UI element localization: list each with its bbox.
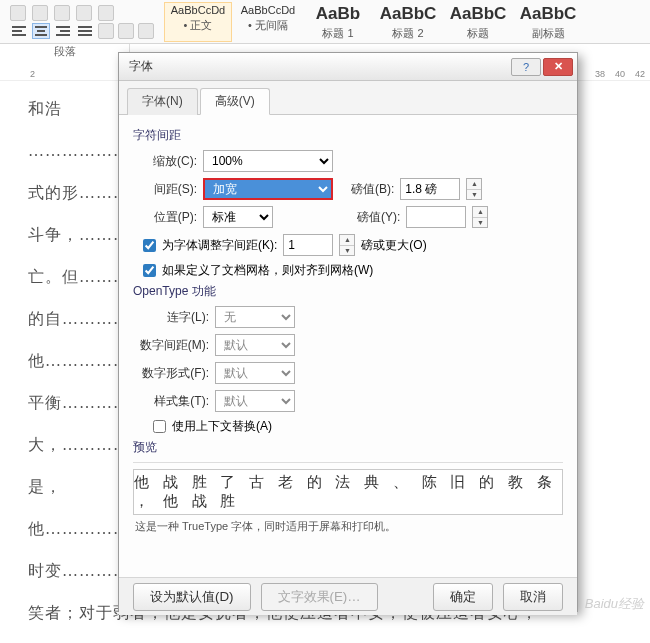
point2-input[interactable] xyxy=(406,206,466,228)
kerning-unit: 磅或更大(O) xyxy=(361,237,426,254)
kerning-checkbox[interactable] xyxy=(143,239,156,252)
dialog-footer: 设为默认值(D) 文字效果(E)… 确定 取消 xyxy=(119,577,577,615)
dialog-title: 字体 xyxy=(129,58,509,75)
style-label: 标题 2 xyxy=(376,26,440,41)
styleset-select[interactable]: 默认 xyxy=(215,390,295,412)
point-spinner[interactable]: ▲▼ xyxy=(466,178,482,200)
preview-box: 他 战 胜 了 古 老 的 法 典 、 陈 旧 的 教 条 ， 他 战 胜 xyxy=(133,469,563,515)
cancel-button[interactable]: 取消 xyxy=(503,583,563,611)
style-label: • 正文 xyxy=(166,18,230,33)
style-tile[interactable]: AaBbC 标题 xyxy=(444,2,512,42)
borders-icon[interactable] xyxy=(138,23,154,39)
text-effects-button[interactable]: 文字效果(E)… xyxy=(261,583,378,611)
help-button[interactable]: ? xyxy=(511,58,541,76)
grid-checkbox[interactable] xyxy=(143,264,156,277)
style-tile[interactable]: AaBb 标题 1 xyxy=(304,2,372,42)
context-label: 使用上下文替换(A) xyxy=(172,418,272,435)
ribbon-paragraph-controls xyxy=(4,0,160,43)
ribbon: AaBbCcDd • 正文AaBbCcDd • 无间隔AaBb 标题 1AaBb… xyxy=(0,0,650,44)
style-preview: AaBbC xyxy=(516,4,580,24)
font-dialog: 字体 ? ✕ 字体(N)高级(V) 字符间距 缩放(C): 100% 间距(S)… xyxy=(118,52,578,612)
point-label: 磅值(B): xyxy=(351,181,394,198)
sort-icon[interactable] xyxy=(76,5,92,21)
ligatures-select[interactable]: 无 xyxy=(215,306,295,328)
align-left-icon[interactable] xyxy=(10,23,28,39)
set-default-button[interactable]: 设为默认值(D) xyxy=(133,583,251,611)
ribbon-group-paragraph-label: 段落 xyxy=(0,44,130,61)
preview-note: 这是一种 TrueType 字体，同时适用于屏幕和打印机。 xyxy=(135,519,561,534)
line-spacing-icon[interactable] xyxy=(98,23,114,39)
style-tile[interactable]: AaBbCcDd • 无间隔 xyxy=(234,2,302,42)
spacing-select[interactable]: 加宽 xyxy=(203,178,333,200)
style-label: 标题 xyxy=(446,26,510,41)
ok-button[interactable]: 确定 xyxy=(433,583,493,611)
styles-gallery: AaBbCcDd • 正文AaBbCcDd • 无间隔AaBb 标题 1AaBb… xyxy=(160,0,586,43)
align-justify-icon[interactable] xyxy=(76,23,94,39)
spacing-label: 间距(S): xyxy=(133,181,197,198)
style-label: • 无间隔 xyxy=(236,18,300,33)
align-center-icon[interactable] xyxy=(32,23,50,39)
scale-label: 缩放(C): xyxy=(133,153,197,170)
style-label: 副标题 xyxy=(516,26,580,41)
ligatures-label: 连字(L): xyxy=(133,309,209,326)
point2-label: 磅值(Y): xyxy=(357,209,400,226)
align-right-icon[interactable] xyxy=(54,23,72,39)
style-preview: AaBbC xyxy=(446,4,510,24)
showmarks-icon[interactable] xyxy=(98,5,114,21)
grid-label: 如果定义了文档网格，则对齐到网格(W) xyxy=(162,262,373,279)
separator xyxy=(133,462,563,463)
styleset-label: 样式集(T): xyxy=(133,393,209,410)
kerning-spinner[interactable]: ▲▼ xyxy=(339,234,355,256)
dialog-tabs: 字体(N)高级(V) xyxy=(119,81,577,115)
dialog-body: 字符间距 缩放(C): 100% 间距(S): 加宽 磅值(B): ▲▼ 位置(… xyxy=(119,115,577,577)
style-preview: AaBb xyxy=(306,4,370,24)
context-checkbox[interactable] xyxy=(153,420,166,433)
numform-label: 数字形式(F): xyxy=(133,365,209,382)
kerning-label: 为字体调整字间距(K): xyxy=(162,237,277,254)
style-preview: AaBbCcDd xyxy=(166,4,230,16)
indent-icon[interactable] xyxy=(32,5,48,21)
point-input[interactable] xyxy=(400,178,460,200)
numform-select[interactable]: 默认 xyxy=(215,362,295,384)
group-preview: 预览 xyxy=(133,439,563,456)
position-label: 位置(P): xyxy=(133,209,197,226)
style-tile[interactable]: AaBbC 标题 2 xyxy=(374,2,442,42)
dialog-titlebar[interactable]: 字体 ? ✕ xyxy=(119,53,577,81)
style-label: 标题 1 xyxy=(306,26,370,41)
numspacing-select[interactable]: 默认 xyxy=(215,334,295,356)
group-char-spacing: 字符间距 xyxy=(133,127,563,144)
position-select[interactable]: 标准 xyxy=(203,206,273,228)
shading-icon[interactable] xyxy=(118,23,134,39)
scale-select[interactable]: 100% xyxy=(203,150,333,172)
close-button[interactable]: ✕ xyxy=(543,58,573,76)
style-tile[interactable]: AaBbCcDd • 正文 xyxy=(164,2,232,42)
watermark: Baidu经验 xyxy=(585,595,644,613)
dialog-tab[interactable]: 高级(V) xyxy=(200,88,270,115)
style-preview: AaBbC xyxy=(376,4,440,24)
list-icon[interactable] xyxy=(10,5,26,21)
style-preview: AaBbCcDd xyxy=(236,4,300,16)
outdent-icon[interactable] xyxy=(54,5,70,21)
point2-spinner[interactable]: ▲▼ xyxy=(472,206,488,228)
dialog-tab[interactable]: 字体(N) xyxy=(127,88,198,115)
style-tile[interactable]: AaBbC 副标题 xyxy=(514,2,582,42)
group-opentype: OpenType 功能 xyxy=(133,283,563,300)
numspacing-label: 数字间距(M): xyxy=(133,337,209,354)
kerning-input[interactable] xyxy=(283,234,333,256)
